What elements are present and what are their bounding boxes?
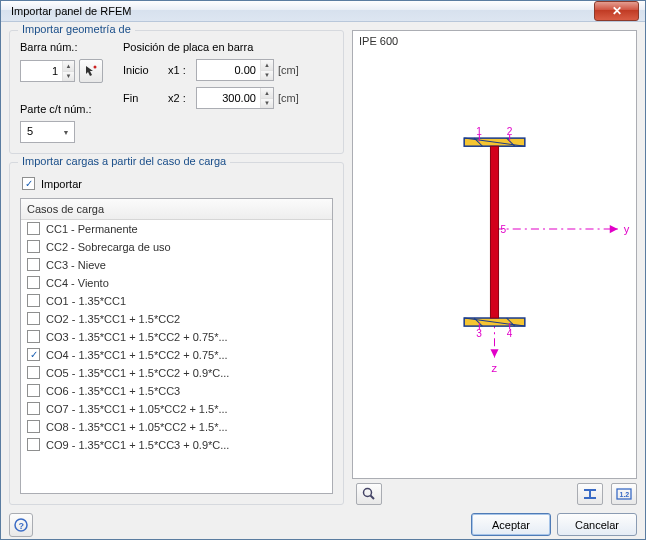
- list-item-label: CC1 - Permanente: [46, 223, 138, 235]
- list-item-checkbox[interactable]: ✓: [27, 348, 40, 361]
- list-item-label: CO2 - 1.35*CC1 + 1.5*CC2: [46, 313, 180, 325]
- start-field[interactable]: [197, 60, 260, 80]
- section-view-button[interactable]: [577, 483, 603, 505]
- close-icon: ✕: [612, 4, 622, 18]
- list-item[interactable]: CO9 - 1.35*CC1 + 1.5*CC3 + 0.9*C...: [21, 436, 332, 454]
- end-unit: [cm]: [274, 92, 308, 104]
- chevron-down-icon: ▼: [58, 122, 74, 142]
- end-var: x2 :: [168, 92, 196, 104]
- svg-text:?: ?: [19, 520, 25, 530]
- list-item-label: CO7 - 1.35*CC1 + 1.05*CC2 + 1.5*...: [46, 403, 228, 415]
- list-item-checkbox[interactable]: [27, 222, 40, 235]
- footer: ? Aceptar Cancelar: [1, 505, 645, 540]
- zoom-button[interactable]: [356, 483, 382, 505]
- content-area: Importar geometría de Barra núm.: ▲▼: [1, 22, 645, 505]
- list-item[interactable]: CC3 - Nieve: [21, 256, 332, 274]
- loadcase-list-body[interactable]: CC1 - PermanenteCC2 - Sobrecarga de usoC…: [21, 220, 332, 493]
- geometry-group-title: Importar geometría de: [18, 23, 135, 35]
- list-item[interactable]: CC1 - Permanente: [21, 220, 332, 238]
- list-item-label: CO8 - 1.35*CC1 + 1.05*CC2 + 1.5*...: [46, 421, 228, 433]
- list-item-checkbox[interactable]: [27, 366, 40, 379]
- preview-section-title: IPE 600: [359, 35, 398, 47]
- part-label: Parte c/t núm.:: [20, 103, 103, 115]
- start-label: Inicio: [123, 64, 168, 76]
- list-item-checkbox[interactable]: [27, 420, 40, 433]
- list-item[interactable]: ✓CO4 - 1.35*CC1 + 1.5*CC2 + 0.75*...: [21, 346, 332, 364]
- loadcase-listbox[interactable]: Casos de carga CC1 - PermanenteCC2 - Sob…: [20, 198, 333, 494]
- help-button[interactable]: ?: [9, 513, 33, 537]
- list-item-checkbox[interactable]: [27, 258, 40, 271]
- list-item-checkbox[interactable]: [27, 384, 40, 397]
- node-3: 3: [476, 328, 482, 339]
- list-item[interactable]: CO6 - 1.35*CC1 + 1.5*CC3: [21, 382, 332, 400]
- list-item-checkbox[interactable]: [27, 276, 40, 289]
- node-4: 4: [507, 328, 513, 339]
- list-item-checkbox[interactable]: [27, 240, 40, 253]
- part-select[interactable]: 5 ▼: [20, 121, 75, 143]
- list-item[interactable]: CO3 - 1.35*CC1 + 1.5*CC2 + 0.75*...: [21, 328, 332, 346]
- part-select-value: 5: [21, 122, 58, 142]
- list-item-checkbox[interactable]: [27, 330, 40, 343]
- start-unit: [cm]: [274, 64, 308, 76]
- list-item-label: CC3 - Nieve: [46, 259, 106, 271]
- list-item-label: CO6 - 1.35*CC1 + 1.5*CC3: [46, 385, 180, 397]
- cursor-pick-icon: [84, 64, 98, 78]
- section-svg: y z: [353, 31, 636, 478]
- import-checkbox-label: Importar: [41, 178, 82, 190]
- member-number-input[interactable]: ▲▼: [20, 60, 75, 82]
- list-item-label: CO3 - 1.35*CC1 + 1.5*CC2 + 0.75*...: [46, 331, 228, 343]
- cancel-button[interactable]: Cancelar: [557, 513, 637, 536]
- preview-toolbar: 1.2: [352, 479, 637, 505]
- list-item[interactable]: CO1 - 1.35*CC1: [21, 292, 332, 310]
- svg-text:1.2: 1.2: [620, 491, 630, 498]
- magnifier-icon: [362, 487, 376, 501]
- list-item-label: CO5 - 1.35*CC1 + 1.5*CC2 + 0.9*C...: [46, 367, 229, 379]
- section-preview[interactable]: IPE 600 y z: [352, 30, 637, 479]
- list-item-label: CO9 - 1.35*CC1 + 1.5*CC3 + 0.9*C...: [46, 439, 229, 451]
- geometry-group: Importar geometría de Barra núm.: ▲▼: [9, 30, 344, 154]
- loadcase-group: Importar cargas a partir del caso de car…: [9, 162, 344, 505]
- list-item[interactable]: CC2 - Sobrecarga de uso: [21, 238, 332, 256]
- loadcase-list-header: Casos de carga: [21, 199, 332, 220]
- svg-rect-20: [584, 497, 596, 499]
- start-input[interactable]: ▲▼: [196, 59, 274, 81]
- import-checkbox-row[interactable]: ✓ Importar: [22, 177, 333, 190]
- left-column: Importar geometría de Barra núm.: ▲▼: [9, 30, 344, 505]
- svg-point-16: [364, 488, 372, 496]
- list-item[interactable]: CO7 - 1.35*CC1 + 1.05*CC2 + 1.5*...: [21, 400, 332, 418]
- list-item[interactable]: CC4 - Viento: [21, 274, 332, 292]
- svg-rect-19: [589, 491, 591, 497]
- list-item-label: CC4 - Viento: [46, 277, 109, 289]
- member-spin-arrows[interactable]: ▲▼: [62, 61, 74, 81]
- list-item-checkbox[interactable]: [27, 294, 40, 307]
- accept-button[interactable]: Aceptar: [471, 513, 551, 536]
- svg-point-0: [94, 66, 97, 69]
- pick-member-button[interactable]: [79, 59, 103, 83]
- list-item-checkbox[interactable]: [27, 402, 40, 415]
- close-button[interactable]: ✕: [594, 1, 639, 21]
- member-label: Barra núm.:: [20, 41, 103, 53]
- list-item-label: CC2 - Sobrecarga de uso: [46, 241, 171, 253]
- values-icon: 1.2: [616, 488, 632, 500]
- list-item-checkbox[interactable]: [27, 312, 40, 325]
- right-column: IPE 600 y z: [352, 30, 637, 505]
- svg-rect-18: [584, 489, 596, 491]
- axis-y-label: y: [624, 223, 630, 235]
- list-item-label: CO4 - 1.35*CC1 + 1.5*CC2 + 0.75*...: [46, 349, 228, 361]
- end-input[interactable]: ▲▼: [196, 87, 274, 109]
- list-item-label: CO1 - 1.35*CC1: [46, 295, 126, 307]
- start-spin-arrows[interactable]: ▲▼: [260, 60, 273, 80]
- window-title: Importar panel de RFEM: [11, 5, 594, 17]
- list-item[interactable]: CO8 - 1.35*CC1 + 1.05*CC2 + 1.5*...: [21, 418, 332, 436]
- member-number-field[interactable]: [21, 61, 62, 81]
- help-icon: ?: [14, 518, 28, 532]
- list-item-checkbox[interactable]: [27, 438, 40, 451]
- values-view-button[interactable]: 1.2: [611, 483, 637, 505]
- list-item[interactable]: CO2 - 1.35*CC1 + 1.5*CC2: [21, 310, 332, 328]
- svg-line-17: [371, 495, 375, 499]
- import-checkbox[interactable]: ✓: [22, 177, 35, 190]
- end-field[interactable]: [197, 88, 260, 108]
- dialog-window: Importar panel de RFEM ✕ Importar geomet…: [0, 0, 646, 540]
- list-item[interactable]: CO5 - 1.35*CC1 + 1.5*CC2 + 0.9*C...: [21, 364, 332, 382]
- end-spin-arrows[interactable]: ▲▼: [260, 88, 273, 108]
